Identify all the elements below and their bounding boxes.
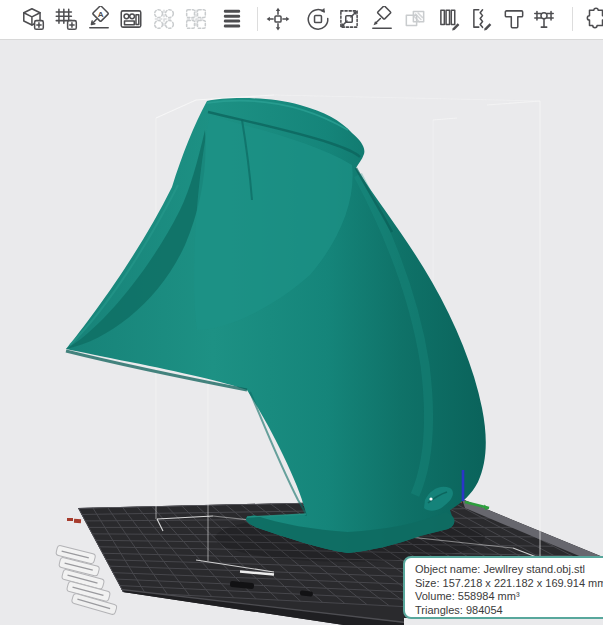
rotate-arrow-icon — [305, 6, 331, 32]
info-size: Size: 157.218 x 221.182 x 169.914 mm — [415, 577, 603, 591]
object-info-box: Object name: Jewllrey stand.obj.stl Size… — [403, 556, 603, 619]
auto-orient-button[interactable]: A — [84, 4, 114, 34]
cut-button[interactable] — [400, 4, 430, 34]
seam-painting-button[interactable] — [467, 4, 497, 34]
split-squares-icon — [183, 6, 209, 32]
diamond-a-icon: A — [86, 6, 112, 32]
scale-button[interactable] — [334, 4, 364, 34]
variable-layer-height-button[interactable] — [217, 4, 247, 34]
toolbar-separator — [257, 7, 258, 31]
move-arrows-icon — [265, 6, 291, 32]
add-object-button[interactable] — [18, 4, 48, 34]
toolbar-separator — [572, 7, 573, 31]
info-triangles: Triangles: 984054 — [415, 604, 603, 618]
bed-corner-mark — [67, 518, 81, 523]
model-jewelry-stand[interactable] — [66, 98, 486, 553]
info-object-name: Object name: Jewllrey stand.obj.stl — [415, 563, 603, 577]
main-toolbar: A — [0, 0, 603, 40]
assembly-button[interactable] — [581, 4, 603, 34]
info-volume: Volume: 558984 mm³ — [415, 590, 603, 604]
scale-arrows-icon — [336, 6, 362, 32]
measure-button[interactable] — [529, 4, 559, 34]
arrange-button[interactable] — [116, 4, 146, 34]
rotate-button[interactable] — [303, 4, 333, 34]
support-painting-button[interactable] — [499, 4, 529, 34]
split-circles-icon — [151, 6, 177, 32]
lay-on-face-button[interactable] — [367, 4, 397, 34]
caliper-icon — [531, 6, 557, 32]
move-button[interactable] — [263, 4, 293, 34]
puzzle-icon — [583, 6, 603, 32]
scene-canvas[interactable] — [0, 40, 603, 625]
svg-text:A: A — [98, 10, 104, 19]
slicer-window: { "toolbar": { "background": "#ffffff", … — [0, 0, 603, 625]
split-to-objects-button[interactable] — [149, 4, 179, 34]
color-painting-button[interactable] — [434, 4, 464, 34]
add-plate-button[interactable] — [51, 4, 81, 34]
cube-plus-icon — [20, 6, 46, 32]
lay-flat-icon — [369, 6, 395, 32]
paint-seam-icon — [469, 6, 495, 32]
support-t-icon — [501, 6, 527, 32]
layers-icon — [219, 6, 245, 32]
viewport-3d[interactable] — [0, 40, 603, 625]
grid-plus-icon — [53, 6, 79, 32]
paint-stripes-icon — [436, 6, 462, 32]
arrange-icon — [118, 6, 144, 32]
cut-squares-icon — [402, 6, 428, 32]
split-to-parts-button[interactable] — [181, 4, 211, 34]
fragment-highlight — [429, 497, 432, 500]
